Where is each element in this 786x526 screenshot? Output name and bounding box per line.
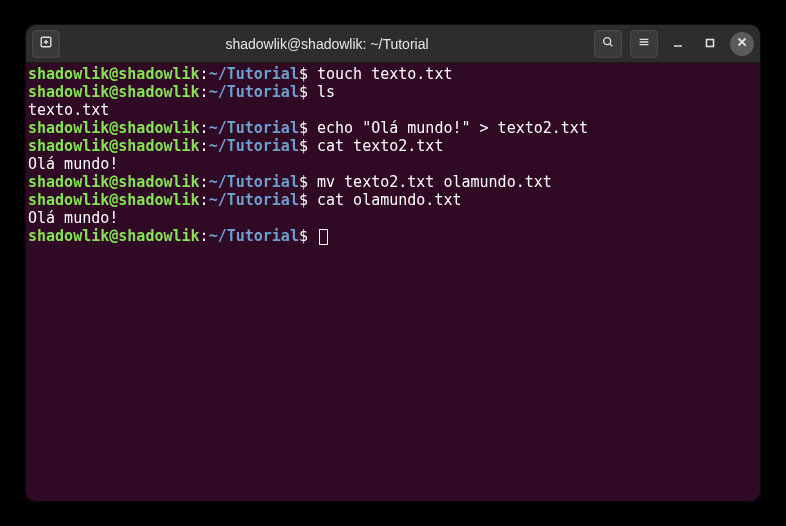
prompt-path: ~/Tutorial — [209, 191, 299, 209]
prompt-line: shadowlik@shadowlik:~/Tutorial$ ls — [28, 83, 758, 101]
command-text: cat texto2.txt — [308, 137, 443, 155]
prompt-line: shadowlik@shadowlik:~/Tutorial$ touch te… — [28, 65, 758, 83]
titlebar: shadowlik@shadowlik: ~/Tutorial — [26, 25, 760, 63]
search-button[interactable] — [594, 30, 622, 58]
terminal-body[interactable]: shadowlik@shadowlik:~/Tutorial$ touch te… — [26, 63, 760, 501]
command-text: mv texto2.txt olamundo.txt — [308, 173, 552, 191]
new-tab-button[interactable] — [32, 30, 60, 58]
window-title: shadowlik@shadowlik: ~/Tutorial — [60, 36, 594, 52]
output-line: Olá mundo! — [28, 155, 758, 173]
prompt-path: ~/Tutorial — [209, 119, 299, 137]
svg-line-4 — [610, 44, 613, 47]
prompt-symbol: $ — [299, 119, 308, 137]
menu-button[interactable] — [630, 30, 658, 58]
prompt-separator: : — [200, 227, 209, 245]
output-line: texto.txt — [28, 101, 758, 119]
close-icon — [735, 34, 749, 53]
prompt-user-host: shadowlik@shadowlik — [28, 191, 200, 209]
prompt-path: ~/Tutorial — [209, 137, 299, 155]
prompt-line: shadowlik@shadowlik:~/Tutorial$ mv texto… — [28, 173, 758, 191]
prompt-symbol: $ — [299, 227, 308, 245]
prompt-separator: : — [200, 119, 209, 137]
prompt-symbol: $ — [299, 137, 308, 155]
prompt-line: shadowlik@shadowlik:~/Tutorial$ cat text… — [28, 137, 758, 155]
prompt-path: ~/Tutorial — [209, 173, 299, 191]
command-text: cat olamundo.txt — [308, 191, 462, 209]
prompt-separator: : — [200, 191, 209, 209]
prompt-symbol: $ — [299, 173, 308, 191]
prompt-separator: : — [200, 65, 209, 83]
command-text: echo "Olá mundo!" > texto2.txt — [308, 119, 588, 137]
prompt-symbol: $ — [299, 83, 308, 101]
svg-point-3 — [604, 38, 611, 45]
prompt-path: ~/Tutorial — [209, 65, 299, 83]
terminal-window: shadowlik@shadowlik: ~/Tutorial — [26, 25, 760, 501]
command-text: ls — [308, 83, 335, 101]
output-text: texto.txt — [28, 101, 109, 119]
minimize-button[interactable] — [666, 32, 690, 56]
prompt-line: shadowlik@shadowlik:~/Tutorial$ — [28, 227, 758, 245]
cursor — [319, 229, 328, 245]
command-text: touch texto.txt — [308, 65, 453, 83]
prompt-user-host: shadowlik@shadowlik — [28, 65, 200, 83]
prompt-line: shadowlik@shadowlik:~/Tutorial$ echo "Ol… — [28, 119, 758, 137]
prompt-user-host: shadowlik@shadowlik — [28, 137, 200, 155]
new-tab-icon — [39, 34, 53, 53]
output-text: Olá mundo! — [28, 155, 118, 173]
prompt-symbol: $ — [299, 191, 308, 209]
prompt-separator: : — [200, 137, 209, 155]
maximize-icon — [704, 34, 716, 53]
output-line: Olá mundo! — [28, 209, 758, 227]
close-button[interactable] — [730, 32, 754, 56]
minimize-icon — [672, 34, 684, 53]
svg-rect-9 — [707, 40, 714, 47]
prompt-user-host: shadowlik@shadowlik — [28, 227, 200, 245]
prompt-line: shadowlik@shadowlik:~/Tutorial$ cat olam… — [28, 191, 758, 209]
output-text: Olá mundo! — [28, 209, 118, 227]
prompt-user-host: shadowlik@shadowlik — [28, 119, 200, 137]
prompt-user-host: shadowlik@shadowlik — [28, 173, 200, 191]
prompt-separator: : — [200, 173, 209, 191]
maximize-button[interactable] — [698, 32, 722, 56]
search-icon — [601, 34, 615, 53]
command-text — [308, 227, 317, 245]
prompt-separator: : — [200, 83, 209, 101]
prompt-symbol: $ — [299, 65, 308, 83]
prompt-path: ~/Tutorial — [209, 227, 299, 245]
prompt-user-host: shadowlik@shadowlik — [28, 83, 200, 101]
menu-icon — [637, 34, 651, 53]
prompt-path: ~/Tutorial — [209, 83, 299, 101]
